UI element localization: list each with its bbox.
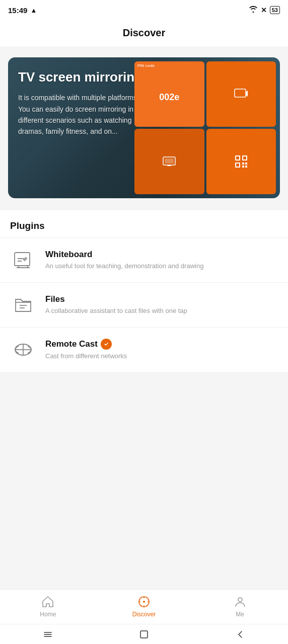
home-icon <box>41 595 55 609</box>
files-icon-wrap <box>10 292 36 318</box>
back-button[interactable] <box>230 627 250 642</box>
home-button[interactable] <box>134 627 154 642</box>
svg-rect-12 <box>242 166 244 168</box>
wifi-icon <box>249 6 258 15</box>
bottom-nav: Home Discover Me <box>0 589 288 624</box>
deco-cell-qr <box>206 129 276 194</box>
x-signal-icon: ✕ <box>261 6 267 14</box>
files-name: Files <box>45 294 278 304</box>
plugin-item-remote-cast[interactable]: Remote Cast Cast from different networks <box>0 327 288 372</box>
plugin-item-files[interactable]: Files A collaborative assistant to cast … <box>0 282 288 327</box>
remote-cast-info: Remote Cast Cast from different networks <box>45 339 278 361</box>
me-icon <box>233 595 247 609</box>
whiteboard-name: Whiteboard <box>45 250 278 260</box>
warning-icon: ▲ <box>30 7 37 14</box>
status-bar: 15:49 ▲ ✕ 53 <box>0 0 288 20</box>
home-nav-label: Home <box>40 611 56 618</box>
deco-cell-video <box>206 61 276 127</box>
remote-cast-name: Remote Cast <box>45 339 278 350</box>
time-display: 15:49 <box>8 6 27 15</box>
nav-item-me[interactable]: Me <box>192 595 288 618</box>
deco-cell-screen <box>134 129 204 194</box>
remote-cast-icon-wrap <box>10 337 36 363</box>
page-title: Discover <box>0 20 288 47</box>
svg-point-27 <box>238 598 242 602</box>
new-badge <box>101 339 112 350</box>
status-right: ✕ 53 <box>249 6 280 15</box>
svg-rect-2 <box>165 158 174 164</box>
discover-nav-label: Discover <box>132 611 156 618</box>
banner-decoration: PIN code 002e <box>130 57 280 198</box>
svg-rect-5 <box>236 156 239 159</box>
me-nav-label: Me <box>236 611 244 618</box>
banner-description: It is compatible with multiple platforms… <box>18 92 149 137</box>
svg-rect-0 <box>235 89 246 97</box>
svg-rect-3 <box>167 165 171 166</box>
whiteboard-info: Whiteboard An useful tool for teaching, … <box>45 250 278 271</box>
files-info: Files A collaborative assistant to cast … <box>45 294 278 315</box>
whiteboard-desc: An useful tool for teaching, demonstrati… <box>45 262 278 271</box>
deco-cell-pin: PIN code 002e <box>134 61 204 127</box>
system-nav-bar <box>0 624 288 644</box>
svg-rect-7 <box>243 156 246 159</box>
whiteboard-icon-wrap <box>10 247 36 273</box>
svg-rect-10 <box>242 163 244 165</box>
nav-item-discover[interactable]: Discover <box>96 595 192 618</box>
status-left: 15:49 ▲ <box>8 6 37 15</box>
svg-rect-14 <box>15 253 30 266</box>
banner-section: TV screen mirroring It is compatible wit… <box>0 47 288 210</box>
nav-item-home[interactable]: Home <box>0 595 96 618</box>
banner-card[interactable]: TV screen mirroring It is compatible wit… <box>8 57 280 198</box>
svg-rect-9 <box>236 164 239 167</box>
plugins-header: Plugins <box>0 210 288 237</box>
main-content: TV screen mirroring It is compatible wit… <box>0 47 288 432</box>
files-desc: A collaborative assistant to cast files … <box>45 306 278 315</box>
svg-rect-31 <box>140 631 148 638</box>
plugin-item-whiteboard[interactable]: Whiteboard An useful tool for teaching, … <box>0 237 288 282</box>
menu-button[interactable] <box>38 627 58 642</box>
svg-rect-13 <box>245 166 247 168</box>
battery-indicator: 53 <box>270 6 280 14</box>
svg-point-22 <box>143 601 145 603</box>
remote-cast-desc: Cast from different networks <box>45 352 278 361</box>
svg-rect-11 <box>245 163 247 165</box>
plugins-section: Plugins Whiteboard An useful tool for te… <box>0 210 288 372</box>
discover-icon <box>137 595 151 609</box>
